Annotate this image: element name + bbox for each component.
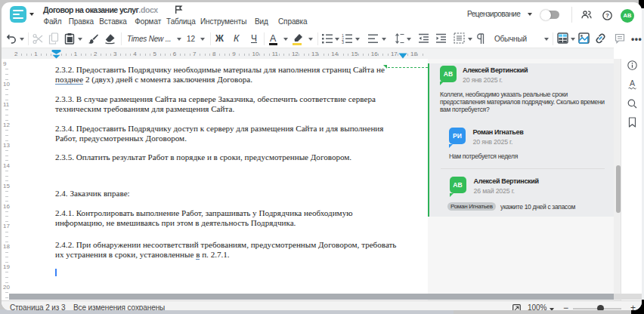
- svg-text:А: А: [630, 78, 635, 88]
- svg-text:3: 3: [342, 40, 344, 44]
- svg-text:?: ?: [605, 12, 609, 19]
